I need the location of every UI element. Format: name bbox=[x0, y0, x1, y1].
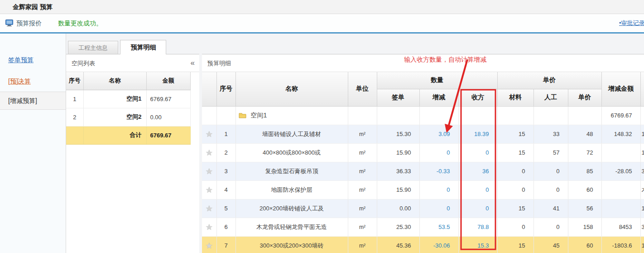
col-qty-change: 增减 bbox=[419, 89, 458, 106]
detail-row[interactable]: ★2400×800或800×800或m²15.90001557721 bbox=[202, 143, 644, 162]
favorite-star-icon[interactable]: ★ bbox=[206, 148, 213, 157]
col-seq: 序号 bbox=[66, 72, 83, 90]
item-name: 地面防水保护层 bbox=[235, 180, 348, 199]
item-unit: m² bbox=[348, 143, 377, 162]
change-amount bbox=[601, 199, 640, 218]
change-amount: -1803.6 bbox=[601, 236, 640, 253]
space-row[interactable]: 1 空间1 6769.67 bbox=[66, 90, 190, 108]
approval-records-link[interactable]: •审批记录 bbox=[619, 14, 644, 32]
qty-change: 0 bbox=[419, 180, 458, 199]
qty-signed: 15.90 bbox=[377, 143, 419, 162]
item-unit: m² bbox=[348, 236, 377, 253]
col-change-amount: 增减金额 bbox=[601, 72, 640, 106]
detail-row[interactable]: ★7300×300或200×300墙砖m²45.36-30.0615.31545… bbox=[202, 236, 644, 253]
price-material: 0 bbox=[497, 162, 533, 180]
qty-received[interactable]: 78.8 bbox=[458, 218, 497, 236]
detail-row[interactable]: ★3复杂造型石膏板吊顶m²36.33-0.33360085-28.053 bbox=[202, 162, 644, 180]
collapse-panel-icon[interactable]: « bbox=[191, 54, 195, 71]
main-content: 签单预算 [预]决算 [增减预算] 工程主信息 预算明细 空间列表 « 序号 名… bbox=[0, 34, 644, 253]
detail-row[interactable]: ★5200×200墙砖铺设人工及m²0.00001541561 bbox=[202, 199, 644, 218]
space-table-header-row: 序号 名称 金额 bbox=[66, 72, 190, 90]
total-label: 合计 bbox=[83, 126, 146, 144]
tab-budget-detail[interactable]: 预算明细 bbox=[120, 40, 166, 54]
change-amount bbox=[601, 143, 640, 162]
qty-received[interactable]: 0 bbox=[458, 180, 497, 199]
space-name: 空间1 bbox=[83, 90, 146, 108]
price-labor: 0 bbox=[533, 162, 568, 180]
favorite-star-icon[interactable]: ★ bbox=[202, 199, 216, 218]
qty-received[interactable]: 36 bbox=[458, 162, 497, 180]
favorite-star-icon[interactable]: ★ bbox=[206, 185, 213, 195]
sidebar-item-signed-budget[interactable]: 签单预算 bbox=[8, 56, 34, 64]
favorite-star-icon[interactable]: ★ bbox=[206, 223, 213, 232]
favorite-star-icon[interactable]: ★ bbox=[202, 236, 216, 253]
item-unit: m² bbox=[348, 218, 377, 236]
item-unit: m² bbox=[348, 162, 377, 180]
space-name: 空间2 bbox=[83, 108, 146, 126]
space-group-row[interactable]: 空间1 6769.67 bbox=[202, 106, 644, 125]
favorite-star-icon[interactable]: ★ bbox=[206, 241, 213, 250]
price-material: 0 bbox=[497, 180, 533, 199]
sidebar: 签单预算 [预]决算 [增减预算] bbox=[0, 34, 66, 253]
price-unit: 60 bbox=[568, 236, 601, 253]
favorite-star-icon[interactable]: ★ bbox=[202, 218, 216, 236]
tab-project-info[interactable]: 工程主信息 bbox=[68, 41, 118, 54]
qty-received[interactable]: 15.3 bbox=[458, 236, 497, 253]
detail-row[interactable]: ★1墙面砖铺设人工及辅材m²15.303.0918.39153348148.32… bbox=[202, 125, 644, 143]
row-index: 3 bbox=[216, 162, 235, 180]
clipped-cell: 1 bbox=[640, 199, 644, 218]
sidebar-item-final-account[interactable]: [预]决算 bbox=[8, 78, 31, 86]
qty-signed: 36.33 bbox=[377, 162, 419, 180]
annotation-text: 输入收方数量，自动计算增减 bbox=[404, 56, 486, 64]
price-unit: 60 bbox=[568, 180, 601, 199]
space-list-panel: 空间列表 « 序号 名称 金额 1 空间1 6769.67 2 bbox=[66, 54, 199, 253]
item-unit: m² bbox=[348, 199, 377, 218]
qty-received[interactable]: 18.39 bbox=[458, 125, 497, 143]
col-seq: 序号 bbox=[216, 72, 235, 106]
row-index: 4 bbox=[216, 180, 235, 199]
total-amount: 6769.67 bbox=[146, 126, 190, 144]
clipped-cell: 1 bbox=[640, 143, 644, 162]
col-qty-signed: 签单 bbox=[377, 89, 419, 106]
favorite-star-icon[interactable]: ★ bbox=[206, 167, 213, 176]
detail-header-row-1: 序号 名称 单位 数量 单价 增减金额 bbox=[202, 72, 644, 89]
sidebar-item-change-budget[interactable]: [增减预算] bbox=[0, 92, 66, 110]
space-list-title: 空间列表 bbox=[72, 54, 95, 72]
clipped-cell: 3 bbox=[640, 162, 644, 180]
price-material: 15 bbox=[497, 236, 533, 253]
window-title-bar: 金辉家园 预算 bbox=[0, 0, 644, 14]
row-index: 6 bbox=[216, 218, 235, 236]
detail-row[interactable]: ★4地面防水保护层m²15.90000060木 bbox=[202, 180, 644, 199]
col-qty-received: 收方 bbox=[458, 89, 497, 106]
price-labor: 57 bbox=[533, 143, 568, 162]
price-labor: 0 bbox=[533, 218, 568, 236]
favorite-star-icon[interactable]: ★ bbox=[206, 204, 213, 213]
space-row[interactable]: 2 空间2 0.00 bbox=[66, 108, 190, 126]
qty-received[interactable]: 0 bbox=[458, 143, 497, 162]
favorite-star-icon[interactable]: ★ bbox=[202, 162, 216, 180]
price-labor: 0 bbox=[533, 180, 568, 199]
col-clipped bbox=[640, 72, 644, 106]
toolbar: 预算报价 数量更改成功。 •审批记录 bbox=[0, 14, 644, 34]
favorite-star-icon[interactable]: ★ bbox=[202, 143, 216, 162]
price-unit: 56 bbox=[568, 199, 601, 218]
item-name: 300×300或200×300墙砖 bbox=[235, 236, 348, 253]
favorite-star-icon[interactable]: ★ bbox=[202, 180, 216, 199]
favorite-star-icon[interactable]: ★ bbox=[206, 130, 213, 139]
row-index: 1 bbox=[216, 125, 235, 143]
qty-signed: 45.36 bbox=[377, 236, 419, 253]
favorite-star-icon[interactable]: ★ bbox=[202, 125, 216, 143]
detail-row[interactable]: ★6木龙骨或轻钢龙骨平面无造m²25.3053.578.80015884533 bbox=[202, 218, 644, 236]
row-index: 7 bbox=[216, 236, 235, 253]
col-group-price: 单价 bbox=[497, 72, 601, 89]
clipped-cell: 木 bbox=[640, 180, 644, 199]
price-labor: 33 bbox=[533, 125, 568, 143]
qty-received[interactable]: 0 bbox=[458, 199, 497, 218]
price-unit: 72 bbox=[568, 143, 601, 162]
space-table: 序号 名称 金额 1 空间1 6769.67 2 空间2 0.00 bbox=[66, 72, 191, 145]
col-group-quantity: 数量 bbox=[377, 72, 497, 89]
qty-signed: 0.00 bbox=[377, 199, 419, 218]
col-unit: 单位 bbox=[348, 72, 377, 106]
budget-detail-panel: 预算明细 序号 名称 单位 数量 单价 增减金额 bbox=[202, 54, 644, 253]
budget-detail-table: 序号 名称 单位 数量 单价 增减金额 签单 增减 收方 材料 人工 单价 bbox=[202, 72, 644, 253]
